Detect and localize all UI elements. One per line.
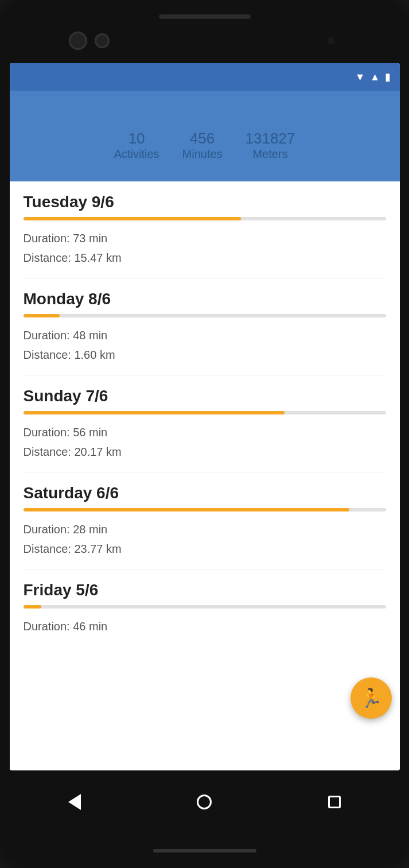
activity-detail: Duration: 73 minDistance: 15.47 km xyxy=(24,228,386,268)
activity-distance: Distance: 1.60 km xyxy=(24,345,386,365)
activity-date: Tuesday 9/6 xyxy=(24,193,386,211)
activity-date: Sunday 7/6 xyxy=(24,387,386,405)
activity-distance: Distance: 15.47 km xyxy=(24,248,386,268)
signal-icon: ▲ xyxy=(370,71,380,83)
back-icon xyxy=(68,794,81,810)
activity-duration: Duration: 73 min xyxy=(24,228,386,248)
progress-bar-fill xyxy=(24,217,241,220)
recents-icon xyxy=(328,796,341,808)
status-icons: ▼ ▲ ▮ xyxy=(355,71,391,83)
progress-bar-fill xyxy=(24,314,60,317)
hero-stats: 10Activities456Minutes131827Meters xyxy=(21,130,388,161)
add-activity-button[interactable]: 🏃 xyxy=(350,677,392,719)
stat-item: 456Minutes xyxy=(182,130,223,161)
bottom-indicator xyxy=(153,849,256,852)
recents-button[interactable] xyxy=(320,788,349,816)
wifi-icon: ▼ xyxy=(355,71,365,83)
battery-icon: ▮ xyxy=(385,71,391,83)
progress-bar-container xyxy=(24,508,386,512)
progress-bar-fill xyxy=(24,508,350,512)
progress-bar-fill xyxy=(24,411,285,414)
list-item[interactable]: Monday 8/6Duration: 48 minDistance: 1.60… xyxy=(24,278,386,375)
activity-duration: Duration: 48 min xyxy=(24,326,386,345)
camera-right xyxy=(95,33,110,48)
progress-bar-container xyxy=(24,605,386,609)
activity-date: Monday 8/6 xyxy=(24,290,386,308)
camera-left xyxy=(69,32,87,50)
phone-bottom-bar xyxy=(0,834,409,868)
activity-detail: Duration: 46 min xyxy=(24,617,386,636)
activity-distance: Distance: 20.17 km xyxy=(24,442,386,462)
list-item[interactable]: Sunday 7/6Duration: 56 minDistance: 20.1… xyxy=(24,375,386,472)
list-item[interactable]: Tuesday 9/6Duration: 73 minDistance: 15.… xyxy=(24,181,386,278)
progress-bar-container xyxy=(24,217,386,220)
stat-item: 10Activities xyxy=(114,130,159,161)
activity-list[interactable]: Tuesday 9/6Duration: 73 minDistance: 15.… xyxy=(10,181,400,770)
stat-item: 131827Meters xyxy=(246,130,295,161)
phone-top-bar xyxy=(0,0,409,63)
progress-bar-container xyxy=(24,411,386,414)
stat-number: 10 xyxy=(128,130,145,148)
status-bar: ▼ ▲ ▮ xyxy=(10,63,400,91)
dot-sensor xyxy=(328,37,334,44)
list-item[interactable]: Saturday 6/6Duration: 28 minDistance: 23… xyxy=(24,472,386,569)
home-button[interactable] xyxy=(190,788,219,816)
stat-label: Meters xyxy=(252,148,287,161)
activity-detail: Duration: 56 minDistance: 20.17 km xyxy=(24,423,386,462)
activity-detail: Duration: 28 minDistance: 23.77 km xyxy=(24,520,386,559)
stat-number: 456 xyxy=(190,130,215,148)
activity-duration: Duration: 56 min xyxy=(24,423,386,442)
screen: ▼ ▲ ▮ 10Activities456Minutes131827Meters… xyxy=(10,63,400,770)
back-button[interactable] xyxy=(60,788,89,816)
progress-bar-fill xyxy=(24,605,42,609)
list-item[interactable]: Friday 5/6Duration: 46 min xyxy=(24,569,386,646)
progress-bar-container xyxy=(24,314,386,317)
hero-section: 10Activities456Minutes131827Meters xyxy=(10,91,400,181)
home-icon xyxy=(197,795,212,809)
activity-date: Saturday 6/6 xyxy=(24,484,386,502)
stat-label: Minutes xyxy=(182,148,223,161)
activity-distance: Distance: 23.77 km xyxy=(24,539,386,559)
phone-frame: ▼ ▲ ▮ 10Activities456Minutes131827Meters… xyxy=(0,0,409,868)
stat-number: 131827 xyxy=(246,130,295,148)
runner-icon: 🏃 xyxy=(360,687,383,709)
activity-detail: Duration: 48 minDistance: 1.60 km xyxy=(24,326,386,365)
speaker-grille xyxy=(159,14,251,19)
activity-date: Friday 5/6 xyxy=(24,581,386,599)
stat-label: Activities xyxy=(114,148,159,161)
activity-duration: Duration: 46 min xyxy=(24,617,386,636)
bottom-nav xyxy=(10,770,400,834)
activity-duration: Duration: 28 min xyxy=(24,520,386,539)
